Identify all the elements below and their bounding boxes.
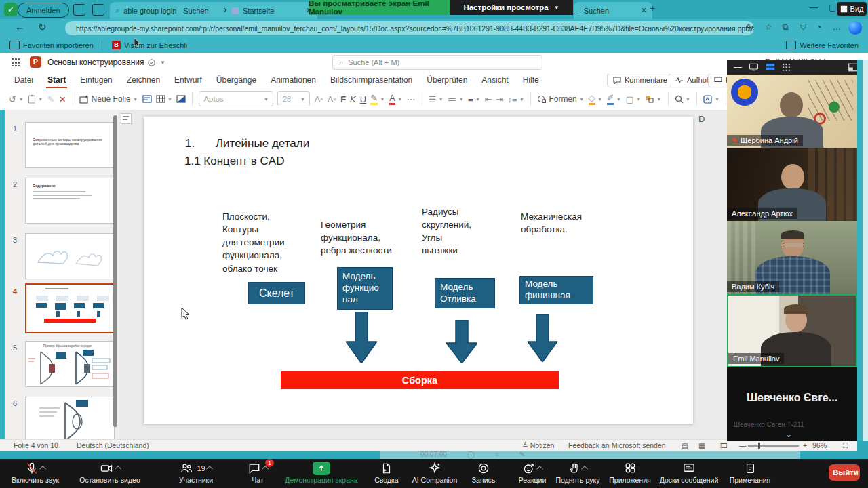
delete-icon[interactable]: ✕ xyxy=(59,94,66,104)
menu-datei[interactable]: Datei xyxy=(14,75,33,85)
slide-thumbnail-1[interactable]: Современные методы конструирования детал… xyxy=(25,122,115,168)
format-painter-icon[interactable]: ✎ xyxy=(47,94,55,104)
line-spacing-icon[interactable]: ↕≡▼ xyxy=(507,94,524,104)
adblock-shield-icon[interactable]: ✓ xyxy=(4,3,18,16)
reading-list-icon[interactable]: ⧉ xyxy=(783,22,789,32)
shape-fill-icon[interactable]: ◇▼ xyxy=(589,93,603,105)
menu-zeichnen[interactable]: Zeichnen xyxy=(127,75,160,85)
zoom-slider-thumb[interactable] xyxy=(758,443,760,449)
back-icon[interactable]: ← xyxy=(15,21,25,33)
arrange-icon[interactable]: ▼ xyxy=(646,95,662,103)
extensions-icon[interactable]: ◔ xyxy=(816,22,821,32)
speaker-view-icon[interactable] xyxy=(749,63,759,71)
font-color-icon[interactable]: A▼ xyxy=(389,93,403,105)
paste-button[interactable]: ▼ xyxy=(28,94,43,104)
collections-icon[interactable]: ⛉ xyxy=(800,22,806,32)
italic-icon[interactable]: K xyxy=(350,94,356,104)
window-restore-icon[interactable]: ▢ xyxy=(829,3,836,12)
grid-view-icon[interactable]: ▦ xyxy=(698,441,705,449)
find-icon[interactable]: ▼ xyxy=(675,95,691,104)
menu-bildschirmpraesentation[interactable]: Bildschirmpräsentation xyxy=(330,75,412,85)
slide-heading-line1[interactable]: 1. Литейные детали xyxy=(185,137,309,150)
workspaces-icon[interactable] xyxy=(73,4,85,16)
slide-thumbnail-6[interactable] xyxy=(25,396,115,439)
video-tile-1[interactable]: Щербина Андрій xyxy=(727,75,857,148)
slide-thumbnail-4-selected[interactable] xyxy=(25,283,116,333)
new-tab-button[interactable]: + xyxy=(650,3,655,14)
copilot-icon[interactable] xyxy=(848,21,862,35)
notes-toggle[interactable]: ≜ Notizen xyxy=(522,441,554,449)
menu-animationen[interactable]: Animationen xyxy=(271,75,316,85)
shape-outline-icon[interactable]: ✐▼ xyxy=(607,93,622,105)
font-name-select[interactable]: Aptos ▼ xyxy=(199,92,273,106)
close-tab-icon[interactable]: ✕ xyxy=(641,6,647,15)
search-input[interactable]: ⌕ Suche (Alt + M) xyxy=(332,55,542,70)
slideshow-view-icon[interactable]: 🗖 xyxy=(720,441,728,449)
video-options-chevron[interactable] xyxy=(115,466,121,472)
favorite-import[interactable]: Favoriten importieren xyxy=(9,41,94,49)
zoom-in-icon[interactable]: + xyxy=(803,441,807,449)
browser-tab-1[interactable]: ⌕ able group login - Suchen ✕ xyxy=(110,2,235,19)
assembly-bar[interactable]: Сборка xyxy=(281,371,559,389)
new-slide-button[interactable]: Neue Folie ▼ xyxy=(79,94,138,104)
app-launcher-icon[interactable] xyxy=(11,58,20,66)
participants-button[interactable]: 19 Участники xyxy=(161,460,231,484)
refresh-icon[interactable]: ↻ xyxy=(38,21,47,33)
text-column-4[interactable]: Механическая обработка. xyxy=(521,210,582,236)
align-icon[interactable]: ≡▼ xyxy=(468,94,481,104)
layout-icon[interactable] xyxy=(142,95,152,103)
model-casting-box[interactable]: Модель Отливка xyxy=(435,278,495,308)
menu-hilfe[interactable]: Hilfe xyxy=(523,75,539,85)
title-dropdown-icon[interactable]: ▼ xyxy=(160,60,165,66)
zoom-out-icon[interactable]: — xyxy=(739,441,747,449)
tab-actions-icon[interactable] xyxy=(92,4,104,16)
video-tile-4-active[interactable]: Emil Manuilov xyxy=(727,294,857,367)
bullets-icon[interactable]: ☰▼ xyxy=(429,94,444,104)
slide-heading-line2[interactable]: 1.1 Концепт в CAD xyxy=(184,155,284,168)
thumbnail-scrollbar[interactable] xyxy=(113,115,117,427)
more-favorites[interactable]: Weitere Favoriten xyxy=(786,41,859,49)
zoom-view-button[interactable]: Вид xyxy=(837,2,867,16)
underline-icon[interactable]: U xyxy=(360,94,366,104)
raise-hand-chevron[interactable] xyxy=(581,466,588,472)
feedback-link[interactable]: Feedback an Microsoft senden xyxy=(568,441,666,449)
comments-button[interactable]: Kommentare xyxy=(607,73,673,87)
participants-chevron[interactable] xyxy=(206,466,213,472)
bold-icon[interactable]: F xyxy=(340,94,346,104)
text-column-2[interactable]: Геометрия функционала, ребра жесткости xyxy=(321,218,392,257)
font-size-icon[interactable]: Aᵃ xyxy=(746,22,753,32)
slide-thumbnail-5[interactable]: Пример: Крышка коробки передач xyxy=(25,341,115,387)
grid-view-icon[interactable] xyxy=(782,63,791,72)
language-label[interactable]: Deutsch (Deutschland) xyxy=(77,441,149,449)
browser-signin-button[interactable]: Anmelden xyxy=(18,3,69,18)
gallery-view-icon[interactable] xyxy=(766,63,775,71)
share-screen-button[interactable]: Демонстрация экрана xyxy=(281,460,362,484)
unmute-button[interactable]: Включить звук xyxy=(0,460,71,484)
model-finish-box[interactable]: Модель финишная xyxy=(519,276,593,304)
designer-icon[interactable]: ▼ xyxy=(703,95,719,104)
outdent-icon[interactable]: ⇤ xyxy=(485,94,492,104)
table-icon[interactable]: ▼ xyxy=(156,95,173,103)
browser-tab-4[interactable]: - Suchen ✕ xyxy=(574,2,652,19)
menu-einfuegen[interactable]: Einfügen xyxy=(80,75,112,85)
undo-button[interactable]: ↺▼ xyxy=(9,94,24,104)
document-title[interactable]: Основы конструирования xyxy=(47,58,144,67)
browser-tab-2[interactable]: Startseite ✕ xyxy=(226,2,317,19)
grow-font-icon[interactable]: A˄ xyxy=(314,94,323,104)
slide-thumbnail-3[interactable] xyxy=(25,233,115,279)
stop-video-button[interactable]: Остановить видео xyxy=(75,460,145,484)
highlight-icon[interactable]: ✎▼ xyxy=(370,93,385,105)
menu-entwurf[interactable]: Entwurf xyxy=(174,75,202,85)
menu-ueberpruefen[interactable]: Überprüfen xyxy=(427,75,467,85)
more-formatting-icon[interactable]: ⋯ xyxy=(407,94,416,104)
mic-options-chevron[interactable] xyxy=(39,466,46,472)
annotations-button[interactable]: Примечания xyxy=(715,460,785,484)
menu-uebergaenge[interactable]: Übergänge xyxy=(216,75,256,85)
more-menu-icon[interactable]: … xyxy=(833,22,841,32)
panel-minimize-icon[interactable]: — xyxy=(734,62,742,72)
menu-start[interactable]: Start xyxy=(47,75,66,85)
text-column-3[interactable]: Радиусы скруглений, Углы вытяжки xyxy=(422,205,471,258)
background-icon[interactable] xyxy=(176,95,186,103)
shrink-font-icon[interactable]: A˅ xyxy=(328,94,336,104)
zoom-slider[interactable] xyxy=(748,445,799,447)
